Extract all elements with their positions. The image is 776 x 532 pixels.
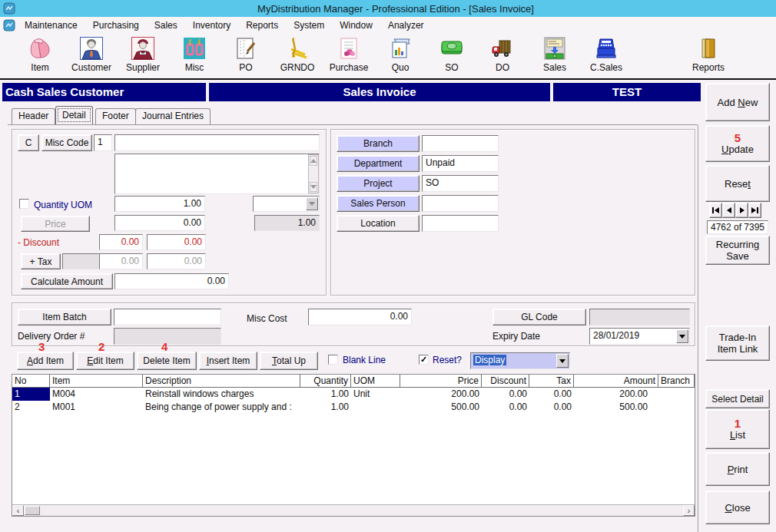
trade-in-item-link-button[interactable]: Trade-In Item Link — [705, 325, 770, 361]
toolbar-po[interactable]: PO — [221, 36, 271, 78]
scroll-left-icon[interactable]: ‹ — [12, 505, 24, 516]
select-detail-button[interactable]: Select Detail — [705, 389, 770, 408]
gl-code-button[interactable]: GL Code — [492, 309, 586, 325]
tax-button[interactable]: + Tax — [21, 253, 61, 269]
add-item-button[interactable]: Add Item — [17, 352, 74, 370]
toolbar-misc[interactable]: Misc — [169, 36, 220, 78]
description-scrollbar[interactable] — [308, 154, 319, 193]
discount-rate-field[interactable]: 0.00 — [99, 234, 143, 250]
toolbar-sales[interactable]: Sales — [529, 36, 580, 78]
total-up-button[interactable]: Total Up — [260, 352, 318, 370]
scrollbar-thumb[interactable] — [25, 506, 40, 515]
tab-journal-entries[interactable]: Journal Entries — [135, 108, 211, 124]
col-branch[interactable]: Branch — [658, 375, 695, 388]
menu-system[interactable]: System — [292, 20, 326, 31]
project-button[interactable]: Project — [337, 175, 420, 192]
blank-line-checkbox[interactable] — [328, 355, 338, 365]
col-quantity[interactable]: Quantity — [300, 375, 351, 388]
recurring-save-button[interactable]: Recurring Save — [705, 236, 770, 265]
scroll-right-icon[interactable]: › — [683, 505, 695, 516]
col-item[interactable]: Item — [50, 375, 143, 388]
menu-inventory[interactable]: Inventory — [191, 20, 232, 31]
col-uom[interactable]: UOM — [351, 375, 400, 388]
edit-item-button[interactable]: Edit Item — [76, 352, 134, 370]
display-dropdown-icon[interactable] — [556, 354, 569, 368]
quantity-field[interactable]: 1.00 — [114, 196, 205, 212]
reset-button[interactable]: Reset — [705, 165, 770, 202]
col-amount[interactable]: Amount — [574, 375, 658, 388]
menu-purchasing[interactable]: Purchasing — [91, 20, 141, 31]
misc-code-field[interactable]: 1 — [94, 134, 112, 151]
first-record-button[interactable] — [709, 203, 722, 218]
scroll-up-icon[interactable] — [310, 156, 317, 166]
sales-person-button[interactable]: Sales Person — [337, 195, 420, 212]
project-field[interactable]: SO — [422, 175, 499, 192]
display-combo[interactable]: Display — [470, 352, 570, 369]
insert-item-button[interactable]: Insert Item — [199, 352, 257, 370]
previous-record-button[interactable] — [722, 203, 735, 218]
toolbar-supplier[interactable]: Supplier — [118, 36, 168, 78]
department-button[interactable]: Department — [337, 155, 420, 172]
calculate-amount-button[interactable]: Calculate Amount — [21, 273, 113, 289]
toolbar-quo[interactable]: Quo — [375, 36, 426, 78]
grid-row-1[interactable]: 1 M004 Reinstall windows charges 1.00 Un… — [12, 388, 695, 401]
sales-person-field[interactable] — [422, 195, 499, 212]
uom-combo[interactable] — [253, 196, 320, 212]
toolbar-do[interactable]: DO — [477, 36, 528, 78]
next-record-button[interactable] — [735, 203, 748, 218]
scroll-down-icon[interactable] — [310, 182, 317, 192]
print-button[interactable]: Print — [705, 452, 770, 486]
grid-row-2[interactable]: 2 M001 Being change of power supply and … — [12, 401, 695, 414]
col-price[interactable]: Price — [400, 375, 482, 388]
menu-window[interactable]: Window — [338, 20, 374, 31]
item-batch-field[interactable] — [114, 309, 221, 325]
toolbar-purchase[interactable]: Purchase — [323, 36, 374, 78]
update-button[interactable]: 5 Update — [705, 125, 770, 162]
col-no[interactable]: No — [12, 375, 50, 388]
toolbar-item[interactable]: Item — [15, 36, 65, 78]
misc-cost-field[interactable]: 0.00 — [308, 309, 412, 325]
misc-code-button[interactable]: Misc Code — [41, 134, 92, 151]
reset-checkbox[interactable]: ✓ — [419, 355, 429, 365]
toolbar-csales[interactable]: C.Sales — [581, 36, 632, 78]
branch-field[interactable] — [422, 135, 499, 152]
col-tax[interactable]: Tax — [529, 375, 574, 388]
menu-analyzer[interactable]: Analyzer — [386, 20, 426, 31]
col-description[interactable]: Description — [143, 375, 300, 388]
col-discount[interactable]: Discount — [482, 375, 529, 388]
tab-header[interactable]: Header — [12, 108, 55, 124]
tab-detail[interactable]: Detail — [55, 106, 93, 124]
description-textarea[interactable] — [114, 154, 320, 194]
menu-reports[interactable]: Reports — [244, 20, 280, 31]
last-record-button[interactable] — [748, 203, 761, 218]
amount-field[interactable]: 0.00 — [114, 273, 229, 289]
item-batch-button[interactable]: Item Batch — [18, 309, 111, 325]
close-button[interactable]: Close — [705, 491, 770, 524]
toolbar-reports[interactable]: Reports — [683, 36, 734, 78]
discount-amount-field[interactable]: 0.00 — [147, 234, 206, 250]
price-button[interactable]: Price — [21, 216, 90, 232]
c-button[interactable]: C — [18, 134, 39, 151]
tab-footer[interactable]: Footer — [95, 108, 136, 124]
tax-amount-field[interactable]: 0.00 — [147, 253, 206, 269]
toolbar-customer[interactable]: Customer — [66, 36, 117, 78]
add-new-button[interactable]: Add New — [705, 83, 770, 121]
delete-item-button[interactable]: Delete Item — [137, 352, 197, 370]
toolbar-so[interactable]: SO — [426, 36, 477, 78]
item-name-field[interactable] — [114, 134, 320, 151]
expiry-dropdown-icon[interactable] — [676, 329, 688, 343]
grid-horizontal-scrollbar[interactable]: ‹ › — [12, 504, 695, 516]
branch-button[interactable]: Branch — [337, 135, 420, 152]
location-button[interactable]: Location — [337, 215, 420, 232]
department-field[interactable]: Unpaid — [422, 155, 499, 172]
uom-dropdown-icon[interactable] — [306, 197, 318, 210]
menu-sales[interactable]: Sales — [153, 20, 179, 31]
tax-rate-field[interactable]: 0.00 — [99, 253, 143, 269]
expiry-date-combo[interactable]: 28/01/2019 — [589, 328, 690, 345]
price-field[interactable]: 0.00 — [114, 215, 205, 231]
menu-maintenance[interactable]: Maintenance — [23, 20, 79, 31]
location-field[interactable] — [422, 215, 499, 232]
quantity-uom-checkbox[interactable] — [19, 199, 29, 209]
toolbar-grndo[interactable]: GRNDO — [272, 36, 323, 78]
list-button[interactable]: 1 List — [705, 409, 770, 449]
